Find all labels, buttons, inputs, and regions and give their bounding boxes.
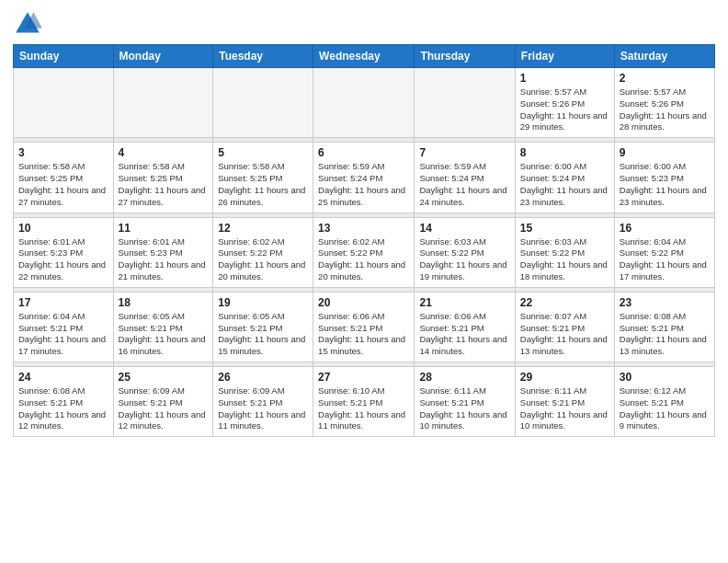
calendar-cell: 28Sunrise: 6:11 AMSunset: 5:21 PMDayligh… bbox=[415, 367, 515, 437]
day-info: Sunrise: 6:00 AMSunset: 5:24 PMDaylight:… bbox=[520, 161, 609, 208]
day-number: 30 bbox=[620, 371, 710, 384]
day-info: Sunrise: 6:05 AMSunset: 5:21 PMDaylight:… bbox=[218, 311, 308, 358]
day-number: 9 bbox=[620, 146, 710, 159]
calendar-cell: 13Sunrise: 6:02 AMSunset: 5:22 PMDayligh… bbox=[313, 217, 415, 287]
logo-icon bbox=[13, 9, 42, 39]
calendar-cell: 25Sunrise: 6:09 AMSunset: 5:21 PMDayligh… bbox=[113, 367, 213, 437]
day-info: Sunrise: 6:08 AMSunset: 5:21 PMDaylight:… bbox=[620, 311, 710, 358]
day-info: Sunrise: 6:06 AMSunset: 5:21 PMDaylight:… bbox=[318, 311, 409, 358]
day-info: Sunrise: 6:01 AMSunset: 5:23 PMDaylight:… bbox=[18, 236, 108, 283]
calendar-cell bbox=[313, 68, 415, 138]
weekday-header-saturday: Saturday bbox=[614, 45, 714, 68]
day-number: 7 bbox=[419, 146, 509, 159]
day-number: 13 bbox=[318, 222, 409, 235]
page: SundayMondayTuesdayWednesdayThursdayFrid… bbox=[0, 0, 728, 563]
day-number: 6 bbox=[318, 146, 409, 159]
day-number: 28 bbox=[419, 371, 509, 384]
calendar-cell: 26Sunrise: 6:09 AMSunset: 5:21 PMDayligh… bbox=[213, 367, 313, 437]
day-number: 24 bbox=[18, 371, 108, 384]
day-number: 23 bbox=[620, 296, 710, 309]
day-info: Sunrise: 6:11 AMSunset: 5:21 PMDaylight:… bbox=[520, 385, 609, 432]
calendar-cell: 6Sunrise: 5:59 AMSunset: 5:24 PMDaylight… bbox=[313, 143, 415, 213]
day-info: Sunrise: 6:03 AMSunset: 5:22 PMDaylight:… bbox=[419, 236, 509, 283]
calendar-cell: 3Sunrise: 5:58 AMSunset: 5:25 PMDaylight… bbox=[14, 143, 114, 213]
day-info: Sunrise: 6:09 AMSunset: 5:21 PMDaylight:… bbox=[218, 385, 308, 432]
day-number: 8 bbox=[520, 146, 609, 159]
day-number: 16 bbox=[620, 222, 710, 235]
calendar-cell: 9Sunrise: 6:00 AMSunset: 5:23 PMDaylight… bbox=[614, 143, 714, 213]
calendar-cell: 4Sunrise: 5:58 AMSunset: 5:25 PMDaylight… bbox=[113, 143, 213, 213]
calendar-cell: 8Sunrise: 6:00 AMSunset: 5:24 PMDaylight… bbox=[515, 143, 614, 213]
calendar-cell: 24Sunrise: 6:08 AMSunset: 5:21 PMDayligh… bbox=[14, 367, 114, 437]
day-info: Sunrise: 6:04 AMSunset: 5:22 PMDaylight:… bbox=[620, 236, 710, 283]
day-number: 29 bbox=[520, 371, 609, 384]
weekday-header-tuesday: Tuesday bbox=[213, 45, 313, 68]
day-info: Sunrise: 6:05 AMSunset: 5:21 PMDaylight:… bbox=[119, 311, 209, 358]
calendar-cell: 5Sunrise: 5:58 AMSunset: 5:25 PMDaylight… bbox=[213, 143, 313, 213]
weekday-header-sunday: Sunday bbox=[14, 45, 114, 68]
day-number: 20 bbox=[318, 296, 409, 309]
day-info: Sunrise: 5:58 AMSunset: 5:25 PMDaylight:… bbox=[18, 161, 108, 208]
calendar-cell: 30Sunrise: 6:12 AMSunset: 5:21 PMDayligh… bbox=[614, 367, 714, 437]
calendar-cell: 27Sunrise: 6:10 AMSunset: 5:21 PMDayligh… bbox=[313, 367, 415, 437]
day-number: 12 bbox=[218, 222, 308, 235]
header bbox=[13, 9, 715, 39]
calendar-cell: 11Sunrise: 6:01 AMSunset: 5:23 PMDayligh… bbox=[113, 217, 213, 287]
calendar-cell bbox=[14, 68, 114, 138]
day-number: 3 bbox=[18, 146, 108, 159]
day-info: Sunrise: 6:07 AMSunset: 5:21 PMDaylight:… bbox=[520, 311, 609, 358]
calendar-cell: 23Sunrise: 6:08 AMSunset: 5:21 PMDayligh… bbox=[614, 292, 714, 362]
calendar-cell: 7Sunrise: 5:59 AMSunset: 5:24 PMDaylight… bbox=[415, 143, 515, 213]
calendar-cell: 2Sunrise: 5:57 AMSunset: 5:26 PMDaylight… bbox=[614, 68, 714, 138]
calendar-cell: 15Sunrise: 6:03 AMSunset: 5:22 PMDayligh… bbox=[515, 217, 614, 287]
day-number: 5 bbox=[218, 146, 308, 159]
week-row-2: 10Sunrise: 6:01 AMSunset: 5:23 PMDayligh… bbox=[14, 217, 715, 287]
calendar-cell bbox=[415, 68, 515, 138]
calendar-cell: 21Sunrise: 6:06 AMSunset: 5:21 PMDayligh… bbox=[415, 292, 515, 362]
calendar-cell: 17Sunrise: 6:04 AMSunset: 5:21 PMDayligh… bbox=[14, 292, 114, 362]
day-info: Sunrise: 5:58 AMSunset: 5:25 PMDaylight:… bbox=[119, 161, 209, 208]
day-info: Sunrise: 5:59 AMSunset: 5:24 PMDaylight:… bbox=[318, 161, 409, 208]
calendar-cell: 10Sunrise: 6:01 AMSunset: 5:23 PMDayligh… bbox=[14, 217, 114, 287]
weekday-header-thursday: Thursday bbox=[415, 45, 515, 68]
weekday-header-friday: Friday bbox=[515, 45, 614, 68]
week-row-3: 17Sunrise: 6:04 AMSunset: 5:21 PMDayligh… bbox=[14, 292, 715, 362]
day-info: Sunrise: 6:10 AMSunset: 5:21 PMDaylight:… bbox=[318, 385, 409, 432]
week-row-0: 1Sunrise: 5:57 AMSunset: 5:26 PMDaylight… bbox=[14, 68, 715, 138]
day-info: Sunrise: 6:12 AMSunset: 5:21 PMDaylight:… bbox=[620, 385, 710, 432]
weekday-header-row: SundayMondayTuesdayWednesdayThursdayFrid… bbox=[14, 45, 715, 68]
calendar: SundayMondayTuesdayWednesdayThursdayFrid… bbox=[13, 44, 715, 437]
day-number: 26 bbox=[218, 371, 308, 384]
calendar-cell: 14Sunrise: 6:03 AMSunset: 5:22 PMDayligh… bbox=[415, 217, 515, 287]
day-number: 14 bbox=[419, 222, 509, 235]
day-number: 1 bbox=[520, 72, 609, 85]
calendar-cell: 12Sunrise: 6:02 AMSunset: 5:22 PMDayligh… bbox=[213, 217, 313, 287]
calendar-cell: 1Sunrise: 5:57 AMSunset: 5:26 PMDaylight… bbox=[515, 68, 614, 138]
day-number: 2 bbox=[620, 72, 710, 85]
calendar-cell: 16Sunrise: 6:04 AMSunset: 5:22 PMDayligh… bbox=[614, 217, 714, 287]
calendar-cell: 19Sunrise: 6:05 AMSunset: 5:21 PMDayligh… bbox=[213, 292, 313, 362]
day-number: 10 bbox=[18, 222, 108, 235]
day-info: Sunrise: 6:03 AMSunset: 5:22 PMDaylight:… bbox=[520, 236, 609, 283]
day-info: Sunrise: 6:04 AMSunset: 5:21 PMDaylight:… bbox=[18, 311, 108, 358]
day-number: 18 bbox=[119, 296, 209, 309]
logo bbox=[13, 9, 46, 39]
day-number: 27 bbox=[318, 371, 409, 384]
day-number: 21 bbox=[419, 296, 509, 309]
week-row-4: 24Sunrise: 6:08 AMSunset: 5:21 PMDayligh… bbox=[14, 367, 715, 437]
week-row-1: 3Sunrise: 5:58 AMSunset: 5:25 PMDaylight… bbox=[14, 143, 715, 213]
day-info: Sunrise: 6:11 AMSunset: 5:21 PMDaylight:… bbox=[419, 385, 509, 432]
day-info: Sunrise: 6:09 AMSunset: 5:21 PMDaylight:… bbox=[119, 385, 209, 432]
calendar-cell: 20Sunrise: 6:06 AMSunset: 5:21 PMDayligh… bbox=[313, 292, 415, 362]
day-info: Sunrise: 6:02 AMSunset: 5:22 PMDaylight:… bbox=[318, 236, 409, 283]
day-number: 15 bbox=[520, 222, 609, 235]
day-info: Sunrise: 6:06 AMSunset: 5:21 PMDaylight:… bbox=[419, 311, 509, 358]
day-info: Sunrise: 6:01 AMSunset: 5:23 PMDaylight:… bbox=[119, 236, 209, 283]
day-number: 25 bbox=[119, 371, 209, 384]
day-info: Sunrise: 6:08 AMSunset: 5:21 PMDaylight:… bbox=[18, 385, 108, 432]
day-number: 4 bbox=[119, 146, 209, 159]
weekday-header-monday: Monday bbox=[113, 45, 213, 68]
calendar-cell: 22Sunrise: 6:07 AMSunset: 5:21 PMDayligh… bbox=[515, 292, 614, 362]
day-info: Sunrise: 5:58 AMSunset: 5:25 PMDaylight:… bbox=[218, 161, 308, 208]
day-number: 17 bbox=[18, 296, 108, 309]
